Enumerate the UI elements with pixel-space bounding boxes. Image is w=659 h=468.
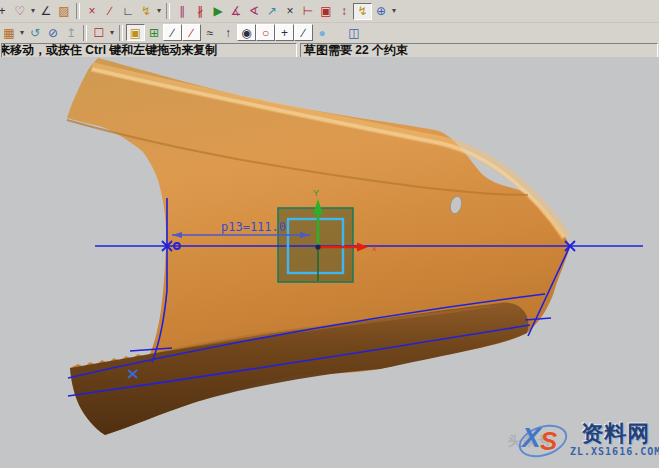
sphere-view-icon[interactable]: ● [313, 25, 331, 41]
animate-dimension-icon[interactable]: ↕ [335, 3, 353, 19]
sketch-scene: p13=111.0 Y x [0, 57, 659, 468]
toolbar-sketch-tools: + ♡ ▾ ∠ ▨ × ∕ ∟ ↯ ▾ ∥ ∦ ▶ ∡ ∢ ↗ × ⊢ ▣ ↕ … [0, 0, 659, 23]
redo-disabled-icon: ↥ [62, 25, 80, 41]
fillet-icon[interactable]: ↯ [137, 3, 155, 19]
intersection-point-icon[interactable]: ∠ [37, 3, 55, 19]
fit-curve-icon[interactable]: ↑ [219, 25, 237, 41]
arc-icon[interactable]: ○ [256, 24, 275, 41]
derived-line-icon[interactable]: ∕ [182, 24, 201, 41]
toolbar-separator [83, 25, 87, 41]
watermark-logo: X S [516, 418, 568, 462]
chevron-down-icon[interactable]: ▾ [29, 3, 37, 19]
prompt-message-cell: 来移动，或按住 Ctrl 键和左键拖动来复制 [1, 43, 297, 58]
make-symmetric-icon[interactable]: ∦ [191, 3, 209, 19]
watermark-logo-s: S [540, 426, 557, 457]
continuous-auto-dimension-icon[interactable]: ↯ [353, 3, 372, 20]
toolbar-sketch-curve: ▦ ▾ ↺ ⊘ ↥ ☐ ▾ ▣ ⊞ ∕ ∕ ≈ ↑ ◉ ○ + ∕ ● ◫ [0, 23, 659, 42]
quick-extend-icon[interactable]: ∕ [101, 3, 119, 19]
infer-constraints-icon[interactable]: ⊢ [299, 3, 317, 19]
chevron-down-icon[interactable]: ▾ [18, 25, 26, 41]
alternate-solution-icon[interactable]: × [281, 3, 299, 19]
toolbar-separator [166, 3, 170, 19]
geometric-constraints-icon[interactable]: ∥ [173, 3, 191, 19]
sketch-display-icon[interactable]: ▦ [0, 25, 18, 41]
toolbar-separator [76, 3, 80, 19]
watermark-logo-x: X [522, 422, 541, 454]
dimension-text: p13=111.0 [221, 220, 286, 234]
watermark-site-url: ZL.XS1616.COM [570, 446, 659, 457]
point-tool-icon[interactable]: + [275, 24, 294, 41]
chevron-down-icon[interactable]: ▾ [108, 25, 116, 41]
studio-spline-icon[interactable]: ♡ [11, 3, 29, 19]
show-constraints-icon[interactable]: ▣ [317, 3, 335, 19]
line-icon[interactable]: ∕ [163, 24, 182, 41]
cube-view-icon[interactable]: ◫ [345, 25, 363, 41]
chevron-down-icon[interactable]: ▾ [390, 3, 398, 19]
profile-icon[interactable]: ▣ [126, 24, 145, 41]
graphics-viewport[interactable]: p13=111.0 Y x 头条号 X S 资料网 ZL.XS1616.COM [0, 57, 659, 468]
watermark: 头条号 X S 资料网 ZL.XS1616.COM [516, 416, 656, 464]
point-icon[interactable]: + [0, 3, 11, 19]
quick-trim-icon[interactable]: × [83, 3, 101, 19]
chevron-down-icon[interactable]: ▾ [155, 3, 163, 19]
selection-rectangle-icon[interactable]: ☐ [90, 25, 108, 41]
convert-reference-icon[interactable]: ↗ [263, 3, 281, 19]
prompt-message: 来移动，或按住 Ctrl 键和左键拖动来复制 [1, 44, 217, 57]
circle-icon[interactable]: ◉ [237, 24, 256, 41]
constraint-status-cell: 草图需要 22 个约束 [300, 43, 658, 58]
constraint-status: 草图需要 22 个约束 [304, 44, 408, 57]
offset-curve-icon[interactable]: ▨ [55, 3, 73, 19]
spline-icon[interactable]: ≈ [201, 25, 219, 41]
toolbar-separator [119, 25, 123, 41]
watermark-site-name: 资料网 [581, 423, 650, 445]
origin-point [315, 244, 320, 249]
axis-x-label: x [372, 243, 377, 253]
make-corner-icon[interactable]: ∟ [119, 3, 137, 19]
display-constraints-icon[interactable]: ▶ [209, 3, 227, 19]
no-selection-filter-icon[interactable]: ⊘ [44, 25, 62, 41]
axis-y-label: Y [313, 188, 319, 198]
trim-line-icon[interactable]: ∕ [294, 24, 313, 41]
relations-icon[interactable]: ⊕ [372, 3, 390, 19]
include-existing-curves-icon[interactable]: ⊞ [145, 25, 163, 41]
watermark-text: 资料网 ZL.XS1616.COM [570, 423, 659, 457]
undo-icon[interactable]: ↺ [26, 25, 44, 41]
auto-constrain-icon[interactable]: ∡ [227, 3, 245, 19]
auto-dimension-icon[interactable]: ∢ [245, 3, 263, 19]
